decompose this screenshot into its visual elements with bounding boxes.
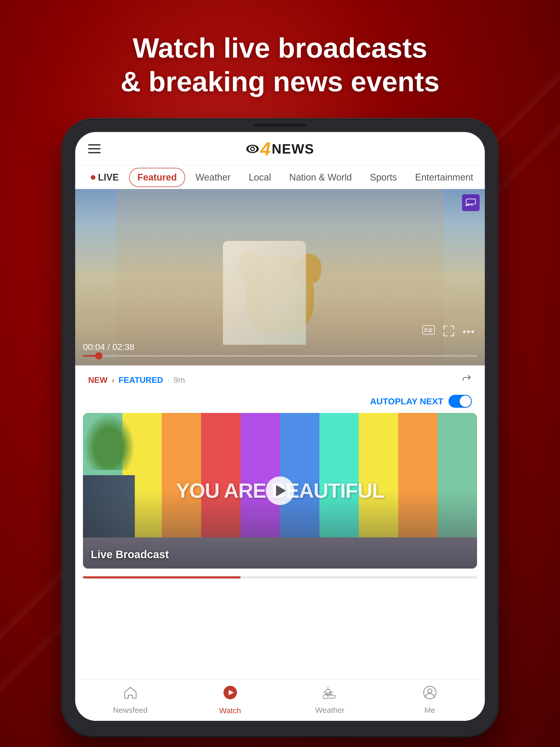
svg-rect-7 bbox=[424, 329, 428, 330]
bottom-nav-bar: Newsfeed Watch bbox=[75, 679, 485, 721]
nav-item-weather[interactable]: Weather bbox=[280, 686, 380, 715]
toggle-thumb bbox=[460, 395, 471, 407]
tab-sports[interactable]: Sports bbox=[362, 168, 405, 186]
svg-point-22 bbox=[428, 689, 432, 693]
svg-rect-9 bbox=[424, 331, 427, 332]
meta-separator: · bbox=[167, 376, 169, 384]
logo-channel-number: 4 bbox=[260, 139, 271, 158]
tab-weather[interactable]: Weather bbox=[188, 168, 238, 186]
article-meta-row: NEW › FEATURED · 9m bbox=[75, 365, 485, 392]
tab-nation-world[interactable]: Nation & World bbox=[282, 168, 359, 186]
tree-foliage bbox=[83, 413, 135, 470]
tab-entertainment[interactable]: Entertainment bbox=[407, 168, 481, 186]
autoplay-toggle[interactable] bbox=[449, 395, 472, 408]
cast-icon[interactable] bbox=[462, 194, 480, 211]
featured-badge: FEATURED bbox=[118, 375, 163, 385]
more-options-icon[interactable] bbox=[462, 325, 475, 339]
watch-play-icon bbox=[223, 685, 238, 703]
article-time-ago: 9m bbox=[174, 375, 185, 385]
video-progress-thumb[interactable] bbox=[95, 352, 102, 360]
nav-item-newsfeed[interactable]: Newsfeed bbox=[80, 686, 180, 715]
live-broadcast-label: Live Broadcast bbox=[91, 548, 169, 561]
tab-featured[interactable]: Featured bbox=[129, 168, 185, 187]
svg-rect-10 bbox=[428, 331, 432, 332]
page-headline: Watch live broadcasts & breaking news ev… bbox=[69, 0, 491, 119]
newsfeed-nav-label: Newsfeed bbox=[113, 706, 148, 715]
video-controls: 00:04 / 02:38 bbox=[75, 320, 485, 365]
app-screen: 4 NEWS LIVE Featured Weather Local Natio… bbox=[75, 132, 485, 721]
play-button[interactable] bbox=[266, 476, 294, 505]
me-nav-label: Me bbox=[424, 706, 435, 715]
svg-point-13 bbox=[471, 331, 474, 333]
share-button[interactable] bbox=[460, 373, 472, 387]
meta-chevron-icon: › bbox=[112, 375, 114, 385]
person-circle-icon bbox=[423, 686, 436, 703]
cloud-sun-icon bbox=[322, 686, 338, 703]
play-triangle-icon bbox=[276, 485, 286, 496]
next-video-card[interactable]: YOU ARE BEAUTIFUL Live Broadcast bbox=[83, 413, 477, 569]
svg-point-12 bbox=[467, 331, 470, 333]
video-player[interactable]: 00:04 / 02:38 bbox=[75, 189, 485, 365]
svg-point-11 bbox=[463, 331, 465, 333]
nav-item-me[interactable]: Me bbox=[380, 686, 480, 715]
top-bar: 4 NEWS bbox=[75, 132, 485, 166]
tab-local[interactable]: Local bbox=[241, 168, 279, 186]
video-progress-fill bbox=[83, 355, 99, 357]
video-time-display: 00:04 / 02:38 bbox=[83, 342, 477, 352]
watch-nav-label: Watch bbox=[219, 706, 241, 715]
svg-rect-8 bbox=[429, 329, 432, 330]
headline-text: Watch live broadcasts & breaking news ev… bbox=[121, 31, 439, 98]
svg-rect-6 bbox=[423, 326, 434, 334]
new-badge: NEW bbox=[88, 375, 108, 385]
svg-point-3 bbox=[251, 148, 254, 150]
hamburger-menu-button[interactable] bbox=[88, 141, 104, 157]
app-logo: 4 NEWS bbox=[246, 139, 314, 158]
nav-tabs-bar: LIVE Featured Weather Local Nation & Wor… bbox=[75, 166, 485, 189]
video-progress-bar[interactable] bbox=[83, 355, 477, 357]
subtitles-icon[interactable] bbox=[422, 325, 435, 339]
tab-live[interactable]: LIVE bbox=[83, 168, 127, 186]
meta-left-group: NEW › FEATURED · 9m bbox=[88, 375, 185, 385]
content-area: NEW › FEATURED · 9m AUTOPLAY NEXT bbox=[75, 365, 485, 679]
svg-rect-4 bbox=[466, 199, 476, 204]
video-controls-top bbox=[83, 325, 477, 339]
device-frame: 4 NEWS LIVE Featured Weather Local Natio… bbox=[62, 119, 498, 737]
logo-news-text: NEWS bbox=[272, 141, 314, 157]
live-indicator-dot bbox=[91, 175, 96, 180]
autoplay-row: AUTOPLAY NEXT bbox=[75, 392, 485, 413]
svg-point-16 bbox=[325, 689, 330, 695]
next-video-background: YOU ARE BEAUTIFUL bbox=[83, 413, 477, 569]
cbs-eye-icon bbox=[246, 144, 259, 154]
house-icon bbox=[124, 686, 137, 703]
autoplay-label: AUTOPLAY NEXT bbox=[370, 396, 443, 407]
content-scroll-indicator bbox=[83, 576, 477, 578]
content-scroll-fill bbox=[83, 576, 241, 578]
weather-nav-label: Weather bbox=[315, 706, 345, 715]
fullscreen-icon[interactable] bbox=[443, 325, 455, 339]
nav-item-watch[interactable]: Watch bbox=[180, 685, 280, 715]
